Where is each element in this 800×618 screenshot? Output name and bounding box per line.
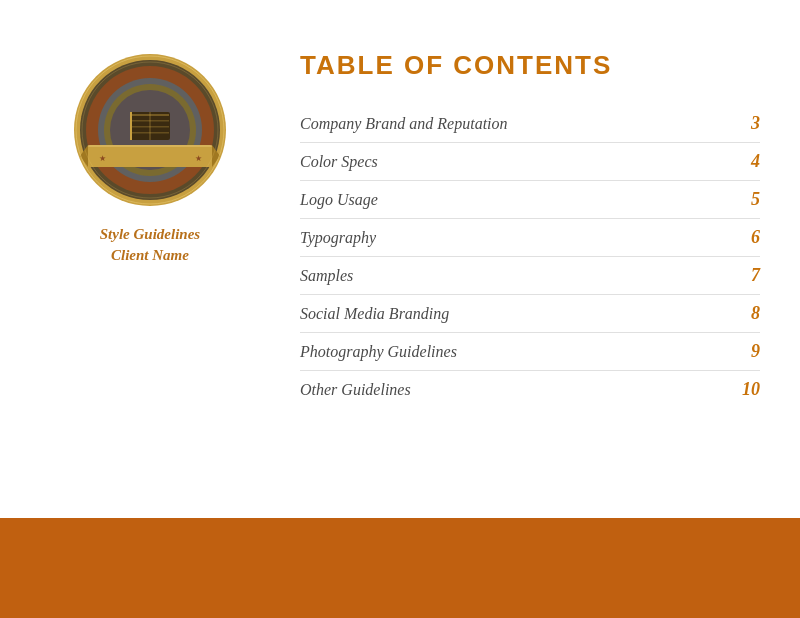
- toc-row[interactable]: Typography6: [300, 219, 760, 257]
- toc-row[interactable]: Other Guidelines10: [300, 371, 760, 409]
- svg-text:★: ★: [99, 154, 106, 163]
- svg-text:★: ★: [195, 154, 202, 163]
- toc-item-label: Social Media Branding: [300, 295, 686, 333]
- badge-svg: ★ ★: [70, 50, 230, 210]
- page: ★ ★ Style Guidelines: [0, 0, 800, 618]
- toc-item-label: Other Guidelines: [300, 371, 686, 409]
- svg-rect-9: [88, 145, 212, 147]
- toc-item-label: Photography Guidelines: [300, 333, 686, 371]
- toc-page-number: 3: [686, 105, 760, 143]
- style-line2: Client Name: [111, 247, 189, 263]
- right-panel: TABLE OF CONTENTS Company Brand and Repu…: [260, 40, 760, 488]
- toc-page-number: 6: [686, 219, 760, 257]
- style-label: Style Guidelines Client Name: [100, 224, 200, 266]
- toc-row[interactable]: Samples7: [300, 257, 760, 295]
- bottom-bar: [0, 518, 800, 618]
- toc-page-number: 10: [686, 371, 760, 409]
- toc-row[interactable]: Social Media Branding8: [300, 295, 760, 333]
- toc-page-number: 4: [686, 143, 760, 181]
- left-panel: ★ ★ Style Guidelines: [40, 40, 260, 488]
- content-area: ★ ★ Style Guidelines: [0, 0, 800, 518]
- toc-title: TABLE OF CONTENTS: [300, 50, 760, 81]
- toc-row[interactable]: Color Specs4: [300, 143, 760, 181]
- badge-logo: ★ ★: [70, 50, 230, 210]
- toc-page-number: 9: [686, 333, 760, 371]
- toc-row[interactable]: Company Brand and Reputation3: [300, 105, 760, 143]
- toc-item-label: Color Specs: [300, 143, 686, 181]
- toc-page-number: 8: [686, 295, 760, 333]
- style-line1: Style Guidelines: [100, 226, 200, 242]
- toc-item-label: Samples: [300, 257, 686, 295]
- toc-page-number: 5: [686, 181, 760, 219]
- svg-rect-6: [88, 145, 212, 167]
- toc-item-label: Logo Usage: [300, 181, 686, 219]
- toc-item-label: Company Brand and Reputation: [300, 105, 686, 143]
- toc-row[interactable]: Logo Usage5: [300, 181, 760, 219]
- toc-page-number: 7: [686, 257, 760, 295]
- toc-item-label: Typography: [300, 219, 686, 257]
- toc-row[interactable]: Photography Guidelines9: [300, 333, 760, 371]
- toc-table: Company Brand and Reputation3Color Specs…: [300, 105, 760, 408]
